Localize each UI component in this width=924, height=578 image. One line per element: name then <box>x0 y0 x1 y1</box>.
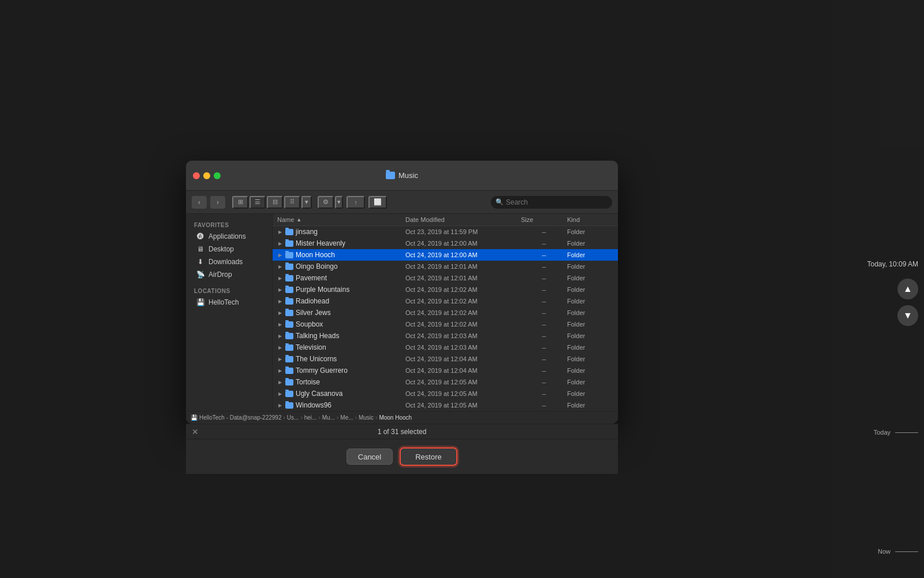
table-row[interactable]: ▶ Purple Mountains Oct 24, 2019 at 12:02… <box>273 284 618 295</box>
tm-down-button[interactable]: ▼ <box>897 305 918 326</box>
table-row[interactable]: ▶ Windows96 Oct 24, 2019 at 12:05 AM -- … <box>273 399 618 411</box>
window-title-text: Music <box>398 171 418 180</box>
table-row[interactable]: ▶ Moon Hooch Oct 24, 2019 at 12:00 AM --… <box>273 249 618 261</box>
cancel-button[interactable]: Cancel <box>346 449 393 465</box>
table-row[interactable]: ▶ Tommy Guerrero Oct 24, 2019 at 12:04 A… <box>273 365 618 376</box>
expand-arrow-icon[interactable]: ▶ <box>277 229 283 235</box>
status-dialog: ✕ 1 of 31 selected Cancel Restore <box>186 424 618 474</box>
search-input[interactable] <box>506 198 608 206</box>
expand-arrow-icon[interactable]: ▶ <box>277 379 283 385</box>
hellotech-icon: 💾 <box>196 298 204 306</box>
file-name-cell: ▶ Windows96 <box>277 401 405 409</box>
expand-arrow-icon[interactable]: ▶ <box>277 333 283 339</box>
table-row[interactable]: ▶ Radiohead Oct 24, 2019 at 12:02 AM -- … <box>273 295 618 307</box>
file-name-cell: ▶ Pavement <box>277 274 405 282</box>
restore-button[interactable]: Restore <box>400 447 457 466</box>
tags-button[interactable]: ⬜ <box>368 196 387 209</box>
selection-status: 1 of 31 selected <box>378 428 427 436</box>
file-size: -- <box>521 263 567 270</box>
expand-arrow-icon[interactable]: ▶ <box>277 356 283 362</box>
file-size: -- <box>521 251 567 258</box>
file-name: Moon Hooch <box>296 251 335 259</box>
folder-title-icon <box>386 172 395 179</box>
gear-button[interactable]: ⚙ <box>318 196 334 209</box>
view-dropdown-button[interactable]: ▾ <box>301 196 312 209</box>
table-row[interactable]: ▶ Talking Heads Oct 24, 2019 at 12:03 AM… <box>273 330 618 342</box>
file-date: Oct 24, 2019 at 12:02 AM <box>405 309 521 316</box>
applications-icon: 🅐 <box>196 232 204 240</box>
gear-dropdown-button[interactable]: ▾ <box>335 196 343 209</box>
file-name: Tortoise <box>296 378 320 386</box>
expand-arrow-icon[interactable]: ▶ <box>277 321 283 327</box>
table-row[interactable]: ▶ jinsang Oct 23, 2019 at 11:59 PM -- Fo… <box>273 226 618 238</box>
finder-body: Favorites 🅐 Applications 🖥 Desktop ⬇ Dow… <box>186 214 618 411</box>
file-name-cell: ▶ jinsang <box>277 228 405 236</box>
expand-arrow-icon[interactable]: ▶ <box>277 264 283 269</box>
expand-arrow-icon[interactable]: ▶ <box>277 275 283 281</box>
column-view-button[interactable]: ⊟ <box>267 196 283 209</box>
file-name-cell: ▶ Radiohead <box>277 297 405 305</box>
fullscreen-button[interactable] <box>214 172 221 179</box>
tm-timeline-line <box>895 432 918 433</box>
folder-icon <box>285 229 293 235</box>
sidebar-item-desktop-label: Desktop <box>208 245 234 253</box>
tm-now-line <box>895 551 918 552</box>
expand-arrow-icon[interactable]: ▶ <box>277 310 283 316</box>
back-button[interactable]: ‹ <box>192 196 207 209</box>
file-name: The Unicorns <box>296 355 337 363</box>
sidebar-item-applications[interactable]: 🅐 Applications <box>188 230 270 243</box>
expand-arrow-icon[interactable]: ▶ <box>277 368 283 373</box>
list-view-button[interactable]: ☰ <box>249 196 266 209</box>
file-date: Oct 24, 2019 at 12:05 AM <box>405 390 521 397</box>
expand-arrow-icon[interactable]: ▶ <box>277 391 283 397</box>
desktop-icon: 🖥 <box>196 245 204 253</box>
icon-view-button[interactable]: ⊞ <box>232 196 248 209</box>
table-row[interactable]: ▶ The Unicorns Oct 24, 2019 at 12:04 AM … <box>273 353 618 365</box>
close-status-icon[interactable]: ✕ <box>192 427 199 436</box>
sidebar-item-downloads-label: Downloads <box>208 258 243 266</box>
table-row[interactable]: ▶ Tortoise Oct 24, 2019 at 12:05 AM -- F… <box>273 376 618 388</box>
table-row[interactable]: ▶ Oingo Boingo Oct 24, 2019 at 12:01 AM … <box>273 261 618 272</box>
search-icon: 🔍 <box>495 198 504 206</box>
folder-icon <box>285 379 293 386</box>
file-date: Oct 24, 2019 at 12:02 AM <box>405 298 521 305</box>
sidebar-item-downloads[interactable]: ⬇ Downloads <box>188 255 270 268</box>
file-list-header: Name ▲ Date Modified Size Kind <box>273 214 618 226</box>
expand-arrow-icon[interactable]: ▶ <box>277 252 283 258</box>
file-name-cell: ▶ Tortoise <box>277 378 405 386</box>
file-size: -- <box>521 355 567 362</box>
file-name-cell: ▶ Mister Heavenly <box>277 239 405 247</box>
gallery-view-button[interactable]: ⠿ <box>284 196 300 209</box>
breadcrumb: 💾 HelloTech - Data@snap-222992 › Us... ›… <box>191 414 412 421</box>
close-button[interactable] <box>193 172 200 179</box>
file-name-cell: ▶ Moon Hooch <box>277 251 405 259</box>
expand-arrow-icon[interactable]: ▶ <box>277 240 283 246</box>
table-row[interactable]: ▶ Silver Jews Oct 24, 2019 at 12:02 AM -… <box>273 307 618 318</box>
minimize-button[interactable] <box>203 172 210 179</box>
tm-up-button[interactable]: ▲ <box>897 279 918 299</box>
toolbar: ‹ › ⊞ ☰ ⊟ ⠿ ▾ ⚙ ▾ ↑ ⬜ 🔍 <box>186 191 618 214</box>
share-button[interactable]: ↑ <box>346 196 365 209</box>
file-list-container[interactable]: Name ▲ Date Modified Size Kind <box>273 214 618 411</box>
sidebar-item-hellotech[interactable]: 💾 HelloTech <box>188 296 270 309</box>
file-kind: Folder <box>567 402 613 409</box>
search-bar[interactable]: 🔍 <box>491 196 612 209</box>
table-row[interactable]: ▶ Ugly Casanova Oct 24, 2019 at 12:05 AM… <box>273 388 618 399</box>
table-row[interactable]: ▶ Soupbox Oct 24, 2019 at 12:02 AM -- Fo… <box>273 318 618 330</box>
folder-icon <box>285 391 293 397</box>
file-size: -- <box>521 344 567 351</box>
tm-today-label: Today <box>874 429 891 436</box>
sidebar-item-airdrop[interactable]: 📡 AirDrop <box>188 268 270 281</box>
sidebar-item-desktop[interactable]: 🖥 Desktop <box>188 243 270 255</box>
expand-arrow-icon[interactable]: ▶ <box>277 402 283 408</box>
table-row[interactable]: ▶ Mister Heavenly Oct 24, 2019 at 12:00 … <box>273 238 618 249</box>
forward-button[interactable]: › <box>210 196 225 209</box>
table-row[interactable]: ▶ Television Oct 24, 2019 at 12:03 AM --… <box>273 342 618 353</box>
time-machine-sidebar: Today, 10:09 AM ▲ ▼ Today Now <box>832 0 924 578</box>
expand-arrow-icon[interactable]: ▶ <box>277 287 283 292</box>
expand-arrow-icon[interactable]: ▶ <box>277 298 283 304</box>
table-row[interactable]: ▶ Pavement Oct 24, 2019 at 12:01 AM -- F… <box>273 272 618 284</box>
file-name: jinsang <box>296 228 318 236</box>
file-size: -- <box>521 309 567 316</box>
expand-arrow-icon[interactable]: ▶ <box>277 344 283 350</box>
